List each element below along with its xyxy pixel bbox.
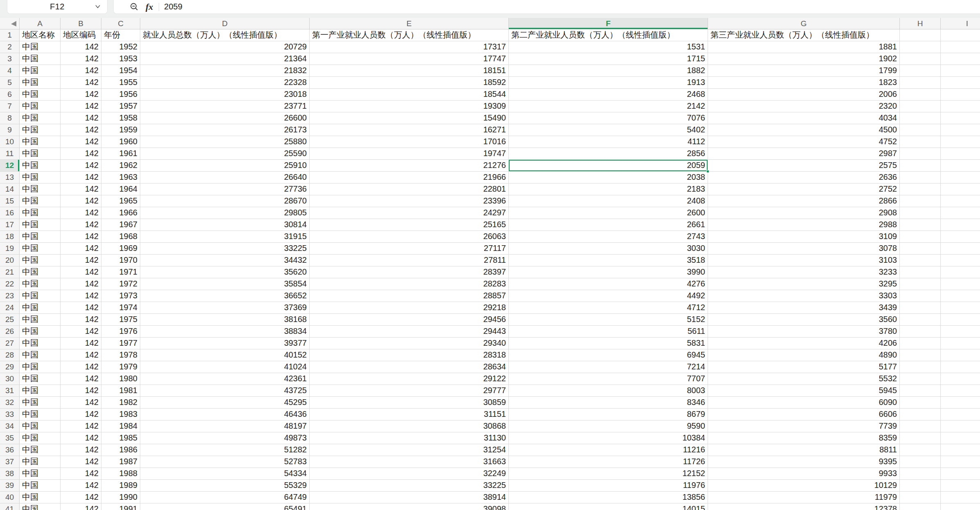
cell[interactable]: 中国 xyxy=(20,112,61,124)
cell[interactable]: 142 xyxy=(61,290,101,302)
cell[interactable]: 7707 xyxy=(509,373,708,385)
cell[interactable]: 25165 xyxy=(310,219,509,231)
cell[interactable]: 1981 xyxy=(101,385,140,397)
cell[interactable]: 2183 xyxy=(509,183,708,195)
cell[interactable] xyxy=(941,338,980,349)
row-header-9[interactable]: 9 xyxy=(0,124,20,136)
cell[interactable]: 55329 xyxy=(140,480,310,492)
cell[interactable]: 30859 xyxy=(310,397,509,409)
cell[interactable]: 3560 xyxy=(708,314,900,326)
cell[interactable]: 中国 xyxy=(20,361,61,373)
cell[interactable]: 6090 xyxy=(708,397,900,409)
cell[interactable]: 1975 xyxy=(101,314,140,326)
cell[interactable]: 2038 xyxy=(509,172,708,183)
cell[interactable]: 11726 xyxy=(509,456,708,468)
cell[interactable]: 4112 xyxy=(509,136,708,148)
cell[interactable]: 142 xyxy=(61,278,101,290)
row-header-13[interactable]: 13 xyxy=(0,172,20,183)
cell[interactable]: 36652 xyxy=(140,290,310,302)
cell[interactable]: 142 xyxy=(61,373,101,385)
cell[interactable]: 1955 xyxy=(101,77,140,89)
cell[interactable] xyxy=(900,101,941,112)
cell[interactable]: 1984 xyxy=(101,421,140,432)
cell[interactable]: 2987 xyxy=(708,148,900,160)
cell[interactable]: 2468 xyxy=(509,89,708,101)
cell[interactable] xyxy=(900,278,941,290)
cell[interactable]: 1990 xyxy=(101,492,140,503)
cell[interactable]: 2006 xyxy=(708,89,900,101)
row-header-8[interactable]: 8 xyxy=(0,112,20,124)
cell[interactable]: 18151 xyxy=(310,65,509,77)
cell[interactable]: 142 xyxy=(61,421,101,432)
cell[interactable]: 49873 xyxy=(140,432,310,444)
column-header-E[interactable]: E xyxy=(310,18,509,29)
cell[interactable]: 1988 xyxy=(101,468,140,480)
row-header-26[interactable]: 26 xyxy=(0,326,20,338)
cell[interactable] xyxy=(941,385,980,397)
cell[interactable]: 32249 xyxy=(310,468,509,480)
cell[interactable]: 17016 xyxy=(310,136,509,148)
cell[interactable]: 1972 xyxy=(101,278,140,290)
cell[interactable]: 2320 xyxy=(708,101,900,112)
cell[interactable] xyxy=(900,183,941,195)
cell[interactable]: 中国 xyxy=(20,266,61,278)
row-header-15[interactable]: 15 xyxy=(0,195,20,207)
cell[interactable]: 43725 xyxy=(140,385,310,397)
cell[interactable] xyxy=(941,53,980,65)
cell[interactable]: 中国 xyxy=(20,243,61,255)
cell[interactable]: 1960 xyxy=(101,136,140,148)
row-header-6[interactable]: 6 xyxy=(0,89,20,101)
cell[interactable]: 19747 xyxy=(310,148,509,160)
cell[interactable]: 8359 xyxy=(708,432,900,444)
cell[interactable]: 5831 xyxy=(509,338,708,349)
cell[interactable]: 中国 xyxy=(20,397,61,409)
cell[interactable]: 17747 xyxy=(310,53,509,65)
cell[interactable]: 1985 xyxy=(101,432,140,444)
cell[interactable] xyxy=(900,255,941,266)
cell[interactable]: 1978 xyxy=(101,349,140,361)
cell[interactable]: 地区编码 xyxy=(61,29,101,41)
cell[interactable]: 25880 xyxy=(140,136,310,148)
cell[interactable]: 142 xyxy=(61,243,101,255)
cell[interactable]: 142 xyxy=(61,432,101,444)
cell[interactable]: 18592 xyxy=(310,77,509,89)
cell[interactable]: 中国 xyxy=(20,349,61,361)
cell[interactable]: 1980 xyxy=(101,373,140,385)
cell[interactable]: 中国 xyxy=(20,41,61,53)
row-header-4[interactable]: 4 xyxy=(0,65,20,77)
cell[interactable]: 1973 xyxy=(101,290,140,302)
cell[interactable] xyxy=(900,266,941,278)
cell[interactable]: 中国 xyxy=(20,326,61,338)
cell[interactable]: 142 xyxy=(61,65,101,77)
cell[interactable] xyxy=(900,302,941,314)
cell[interactable]: 中国 xyxy=(20,160,61,172)
row-header-33[interactable]: 33 xyxy=(0,409,20,421)
row-header-22[interactable]: 22 xyxy=(0,278,20,290)
cell[interactable]: 29340 xyxy=(310,338,509,349)
cell[interactable] xyxy=(941,255,980,266)
row-header-20[interactable]: 20 xyxy=(0,255,20,266)
cell[interactable]: 142 xyxy=(61,219,101,231)
cell[interactable] xyxy=(941,89,980,101)
cell[interactable]: 5152 xyxy=(509,314,708,326)
cell[interactable] xyxy=(941,314,980,326)
cell[interactable]: 2600 xyxy=(509,207,708,219)
cell[interactable] xyxy=(900,480,941,492)
formula-bar-value[interactable]: 2059 xyxy=(164,2,182,11)
cell[interactable]: 22801 xyxy=(310,183,509,195)
column-header-H[interactable]: H xyxy=(900,18,941,29)
cell[interactable] xyxy=(941,41,980,53)
cell[interactable]: 11979 xyxy=(708,492,900,503)
cell[interactable]: 38834 xyxy=(140,326,310,338)
cell[interactable] xyxy=(900,432,941,444)
cell[interactable]: 42361 xyxy=(140,373,310,385)
row-header-18[interactable]: 18 xyxy=(0,231,20,243)
name-box[interactable]: F12 xyxy=(7,0,108,14)
cell[interactable]: 地区名称 xyxy=(20,29,61,41)
cell[interactable]: 1961 xyxy=(101,148,140,160)
cell[interactable]: 1977 xyxy=(101,338,140,349)
cell[interactable]: 4276 xyxy=(509,278,708,290)
cell[interactable]: 142 xyxy=(61,480,101,492)
cell[interactable]: 7214 xyxy=(509,361,708,373)
cell[interactable] xyxy=(900,397,941,409)
